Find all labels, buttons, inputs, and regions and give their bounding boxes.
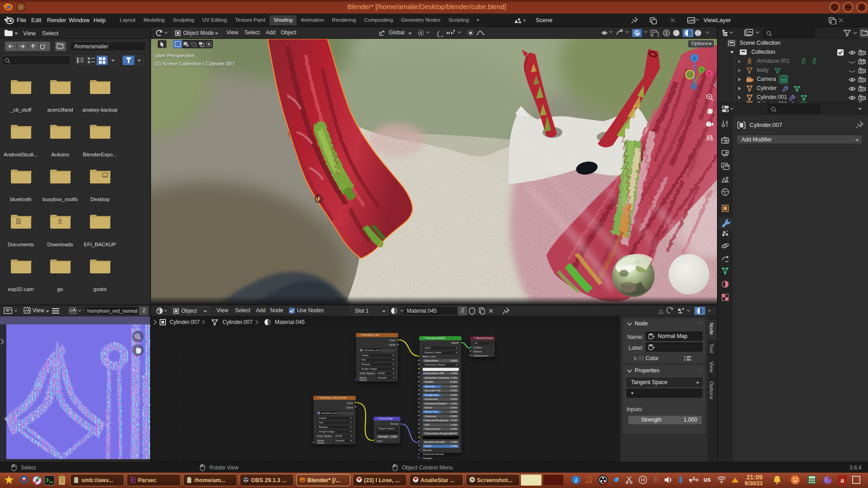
svg-text:i: i (575, 477, 577, 483)
svg-text:Y: Y (700, 68, 703, 72)
svg-text:X: X (708, 71, 710, 76)
svg-text:Z: Z (693, 56, 696, 61)
svg-text:a: a (840, 476, 844, 484)
